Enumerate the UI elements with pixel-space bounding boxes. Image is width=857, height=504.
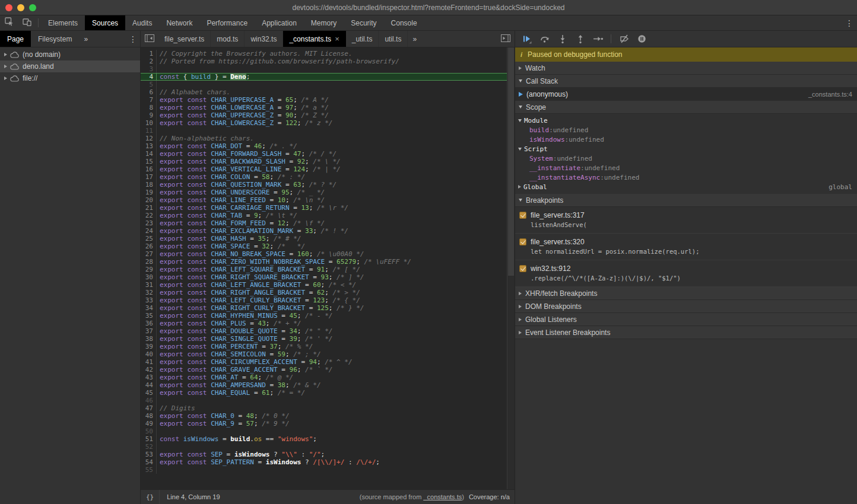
line-number[interactable]: 7 xyxy=(141,96,157,104)
navigator-menu-button[interactable]: ⋮ xyxy=(126,31,140,47)
line-number[interactable]: 42 xyxy=(141,366,157,374)
file-tab-util-ts[interactable]: _util.ts xyxy=(346,31,379,47)
line-number[interactable]: 5 xyxy=(141,81,157,88)
line-number[interactable]: 32 xyxy=(141,289,157,296)
tab-security[interactable]: Security xyxy=(344,15,383,30)
line-number[interactable]: 3 xyxy=(141,65,157,73)
line-number[interactable]: 28 xyxy=(141,258,157,266)
call-stack-frame[interactable]: (anonymous)_constants.ts:4 xyxy=(515,88,857,101)
source-mapped-link[interactable]: _constants.ts xyxy=(423,493,462,500)
section-event-listener-breakpoints[interactable]: Event Listener Breakpoints xyxy=(515,326,857,339)
line-number[interactable]: 8 xyxy=(141,104,157,111)
pause-on-exceptions-button[interactable] xyxy=(634,32,650,46)
step-button[interactable] xyxy=(590,32,606,46)
breakpoint-snippet[interactable]: .replace(/^\/*([A-Za-z]:)(\/|$)/, "$1/") xyxy=(515,273,857,283)
line-number[interactable]: 19 xyxy=(141,189,157,196)
line-number[interactable]: 9 xyxy=(141,111,157,119)
line-number[interactable]: 50 xyxy=(141,428,157,435)
line-number[interactable]: 43 xyxy=(141,374,157,381)
scope-group-script[interactable]: Script xyxy=(515,144,857,154)
line-number[interactable]: 45 xyxy=(141,389,157,397)
breakpoint-checkbox[interactable] xyxy=(519,238,526,245)
hide-navigator-button[interactable] xyxy=(141,31,158,47)
line-number[interactable]: 31 xyxy=(141,281,157,289)
line-number[interactable]: 54 xyxy=(141,458,157,466)
line-number[interactable]: 2 xyxy=(141,58,157,65)
main-menu-button[interactable]: ⋮ xyxy=(842,15,857,30)
scope-group-global[interactable]: Globalglobal xyxy=(515,182,857,192)
line-number[interactable]: 10 xyxy=(141,119,157,127)
line-number[interactable]: 13 xyxy=(141,142,157,150)
tab-network[interactable]: Network xyxy=(159,15,199,30)
close-tab-icon[interactable]: × xyxy=(335,35,339,43)
step-out-button[interactable] xyxy=(572,32,588,46)
line-number[interactable]: 52 xyxy=(141,443,157,451)
line-number[interactable]: 6 xyxy=(141,88,157,96)
scope-group-module[interactable]: Module xyxy=(515,116,857,125)
file-tab-constants-ts[interactable]: _constants.ts× xyxy=(283,31,345,47)
pretty-print-button[interactable]: {} xyxy=(141,490,160,504)
section-xhr-fetch-breakpoints[interactable]: XHR/fetch Breakpoints xyxy=(515,287,857,300)
tab-console[interactable]: Console xyxy=(384,15,424,30)
breakpoint-snippet[interactable]: listenAndServe( xyxy=(515,220,857,229)
line-number[interactable]: 37 xyxy=(141,327,157,335)
line-number[interactable]: 12 xyxy=(141,135,157,142)
navigator-tab-page[interactable]: Page xyxy=(0,31,31,47)
line-number[interactable]: 41 xyxy=(141,358,157,366)
line-number[interactable]: 36 xyxy=(141,320,157,327)
code-editor[interactable]: 1// Copyright the Browserify authors. MI… xyxy=(141,47,515,489)
line-number[interactable]: 22 xyxy=(141,212,157,219)
line-number[interactable]: 27 xyxy=(141,250,157,258)
breakpoint-checkbox[interactable] xyxy=(519,265,526,272)
line-number[interactable]: 44 xyxy=(141,381,157,389)
file-tabs-overflow-button[interactable]: » xyxy=(408,31,421,47)
scope-property[interactable]: build: undefined xyxy=(515,125,857,135)
device-toolbar-button[interactable] xyxy=(18,15,36,30)
line-number[interactable]: 26 xyxy=(141,243,157,250)
line-number[interactable]: 20 xyxy=(141,196,157,204)
line-number[interactable]: 34 xyxy=(141,304,157,312)
breakpoint-checkbox[interactable] xyxy=(519,212,526,219)
line-number[interactable]: 38 xyxy=(141,335,157,343)
file-tab-win32-ts[interactable]: win32.ts xyxy=(245,31,283,47)
breakpoint-snippet[interactable]: let normalizedUrl = posix.normalize(req.… xyxy=(515,247,857,256)
line-number[interactable]: 33 xyxy=(141,296,157,304)
step-over-button[interactable] xyxy=(537,32,553,46)
hide-debugger-sidebar-button[interactable] xyxy=(497,31,515,47)
deactivate-breakpoints-button[interactable] xyxy=(616,32,632,46)
maximize-window-button[interactable] xyxy=(29,4,36,11)
step-into-button[interactable] xyxy=(554,32,570,46)
line-number[interactable]: 21 xyxy=(141,204,157,212)
line-number[interactable]: 53 xyxy=(141,451,157,458)
line-number[interactable]: 24 xyxy=(141,227,157,235)
section-dom-breakpoints[interactable]: DOM Breakpoints xyxy=(515,300,857,313)
tab-audits[interactable]: Audits xyxy=(125,15,159,30)
line-number[interactable]: 4 xyxy=(141,73,157,81)
tree-item-no-domain[interactable]: (no domain) xyxy=(0,49,140,60)
section-watch[interactable]: Watch xyxy=(515,62,857,75)
line-number[interactable]: 17 xyxy=(141,173,157,181)
breakpoint-location[interactable]: file_server.ts:320 xyxy=(531,238,585,246)
section-scope[interactable]: Scope xyxy=(515,101,857,114)
editor-scrollbar-thumb[interactable] xyxy=(508,47,514,276)
line-number[interactable]: 39 xyxy=(141,343,157,350)
tab-memory[interactable]: Memory xyxy=(304,15,344,30)
editor-scrollbar[interactable] xyxy=(507,47,515,489)
line-number[interactable]: 25 xyxy=(141,235,157,243)
section-global-listeners[interactable]: Global Listeners xyxy=(515,313,857,326)
line-number[interactable]: 16 xyxy=(141,165,157,173)
line-number[interactable]: 1 xyxy=(141,50,157,58)
tab-sources[interactable]: Sources xyxy=(85,15,125,30)
line-number[interactable]: 47 xyxy=(141,404,157,412)
navigator-tab-filesystem[interactable]: Filesystem xyxy=(31,31,79,47)
scope-property[interactable]: isWindows: undefined xyxy=(515,135,857,144)
scope-property[interactable]: System: undefined xyxy=(515,154,857,163)
line-number[interactable]: 11 xyxy=(141,127,157,135)
line-number[interactable]: 46 xyxy=(141,397,157,404)
section-breakpoints[interactable]: Breakpoints xyxy=(515,194,857,207)
tab-performance[interactable]: Performance xyxy=(199,15,255,30)
file-tab-mod-ts[interactable]: mod.ts xyxy=(211,31,245,47)
line-number[interactable]: 30 xyxy=(141,273,157,281)
line-number[interactable]: 48 xyxy=(141,412,157,420)
tab-application[interactable]: Application xyxy=(255,15,304,30)
